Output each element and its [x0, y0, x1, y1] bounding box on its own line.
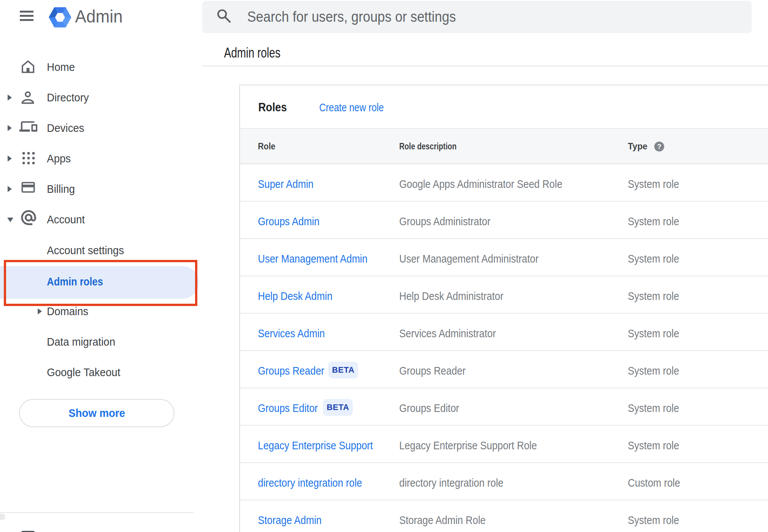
svg-text:?: ?	[657, 143, 661, 151]
